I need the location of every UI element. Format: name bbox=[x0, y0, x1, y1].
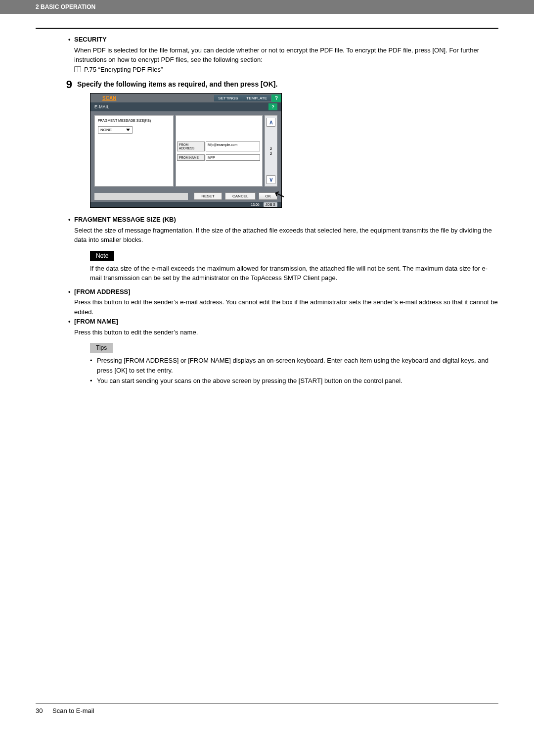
scan-panel: SCAN SETTINGS TEMPLATE ? E-MAIL ? FRAGME… bbox=[90, 93, 282, 208]
from-address-block: • [FROM ADDRESS] bbox=[36, 287, 498, 297]
jobs-button[interactable]: JOB S bbox=[264, 202, 277, 207]
security-ref: P.75 “Encrypting PDF Files” bbox=[36, 65, 498, 75]
fragment-size-label: FRAGMENT MESSAGE SIZE(KB) bbox=[98, 119, 170, 122]
scan-bottom-bar: RESET CANCEL OK ↖ bbox=[90, 190, 281, 202]
tips-list: • Pressing [FROM ADDRESS] or [FROM NAME]… bbox=[36, 356, 498, 386]
bullet-icon: • bbox=[68, 215, 71, 225]
tips-item-2: • You can start sending your scans on th… bbox=[90, 376, 498, 386]
help-icon[interactable]: ? bbox=[268, 103, 277, 110]
header-chapter: 2 BASIC OPERATION bbox=[0, 0, 534, 14]
footer-section: Scan to E-mail bbox=[52, 707, 94, 714]
security-link[interactable]: P.75 “Encrypting PDF Files” bbox=[84, 65, 163, 75]
security-body: When PDF is selected for the file format… bbox=[36, 46, 498, 65]
from-address-body: Press this button to edit the sender’s e… bbox=[36, 297, 498, 317]
tips-item-1: • Pressing [FROM ADDRESS] or [FROM NAME]… bbox=[90, 356, 498, 375]
bottom-empty-bar bbox=[94, 193, 188, 200]
reset-button[interactable]: RESET bbox=[194, 192, 222, 200]
bullet-icon: • bbox=[68, 317, 71, 327]
from-name-block: • [FROM NAME] bbox=[36, 317, 498, 327]
left-panel: FRAGMENT MESSAGE SIZE(KB) NONE bbox=[94, 115, 174, 187]
scan-title: SCAN bbox=[90, 95, 116, 101]
scan-footer: 13:06 JOB S bbox=[90, 202, 281, 207]
email-label: E-MAIL bbox=[94, 104, 109, 109]
security-title: SECURITY bbox=[74, 36, 107, 43]
ok-button[interactable]: OK ↖ bbox=[259, 192, 277, 200]
scroll-down-button[interactable]: ∨ bbox=[267, 175, 275, 184]
help-icon[interactable]: ? bbox=[271, 94, 281, 102]
template-button[interactable]: TEMPLATE bbox=[242, 95, 271, 101]
footer-rule bbox=[36, 704, 498, 704]
fragment-body: Select the size of message fragmentation… bbox=[36, 226, 498, 245]
chevron-down-icon bbox=[126, 129, 130, 131]
step-text: Specify the following items as required,… bbox=[77, 78, 277, 91]
book-icon bbox=[74, 66, 81, 72]
from-name-value: MFP bbox=[206, 154, 260, 161]
from-name-button[interactable]: FROM NAME bbox=[177, 154, 205, 161]
from-address-value: Mfp@example.com bbox=[206, 142, 260, 151]
from-name-body: Press this button to edit the sender’s n… bbox=[36, 328, 498, 337]
scan-top-bar: SCAN SETTINGS TEMPLATE ? bbox=[90, 94, 281, 102]
bullet-icon: • bbox=[68, 287, 71, 297]
note-body: If the data size of the e-mail exceeds t… bbox=[36, 264, 498, 283]
settings-button[interactable]: SETTINGS bbox=[214, 95, 242, 101]
fragment-block: • FRAGMENT MESSAGE SIZE (KB) bbox=[36, 215, 498, 225]
note-badge: Note bbox=[90, 251, 114, 261]
top-rule bbox=[36, 28, 498, 29]
fragment-size-value: NONE bbox=[100, 128, 112, 132]
cancel-button[interactable]: CANCEL bbox=[225, 192, 256, 200]
bullet-icon: • bbox=[90, 356, 92, 366]
from-address-button[interactable]: FROM ADDRESS bbox=[177, 142, 205, 151]
right-panel: FROM ADDRESS Mfp@example.com FROM NAME M… bbox=[176, 115, 263, 187]
time-label: 13:06 bbox=[251, 203, 260, 206]
bullet-icon: • bbox=[68, 35, 71, 45]
footer: 30 Scan to E-mail bbox=[36, 707, 498, 714]
page-indicator: 2 2 bbox=[270, 146, 272, 156]
fragment-size-select[interactable]: NONE bbox=[98, 126, 133, 134]
security-block: • SECURITY bbox=[36, 35, 498, 45]
cursor-icon: ↖ bbox=[271, 186, 287, 204]
tips-badge: Tips bbox=[90, 343, 113, 353]
from-name-title: [FROM NAME] bbox=[74, 318, 118, 325]
step-number: 9 bbox=[36, 78, 72, 91]
page-number: 30 bbox=[36, 707, 43, 714]
bullet-icon: • bbox=[90, 376, 92, 386]
scroll-sidebar: ∧ 2 2 ∨ bbox=[265, 115, 277, 187]
scan-subbar: E-MAIL ? bbox=[90, 102, 281, 111]
fragment-title: FRAGMENT MESSAGE SIZE (KB) bbox=[74, 216, 176, 223]
from-address-title: [FROM ADDRESS] bbox=[74, 288, 131, 295]
scroll-up-button[interactable]: ∧ bbox=[267, 118, 275, 127]
